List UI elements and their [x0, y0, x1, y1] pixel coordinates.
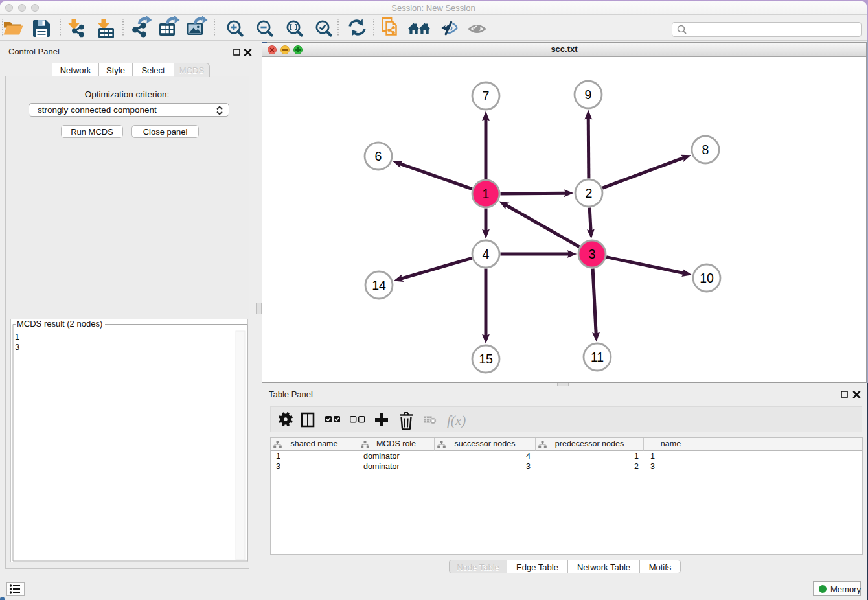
svg-text:f(x): f(x) [447, 413, 466, 428]
svg-text:11: 11 [591, 350, 604, 364]
svg-text:9: 9 [585, 87, 592, 102]
svg-text:2: 2 [586, 186, 593, 200]
svg-text:8: 8 [702, 143, 709, 157]
svg-text:4: 4 [483, 247, 490, 261]
svg-text:6: 6 [375, 149, 382, 163]
svg-text:3: 3 [589, 247, 596, 261]
svg-text:7: 7 [483, 89, 490, 103]
svg-text:14: 14 [372, 278, 386, 292]
svg-text:1: 1 [483, 187, 490, 201]
svg-text:10: 10 [700, 271, 714, 285]
svg-text:15: 15 [479, 352, 493, 366]
